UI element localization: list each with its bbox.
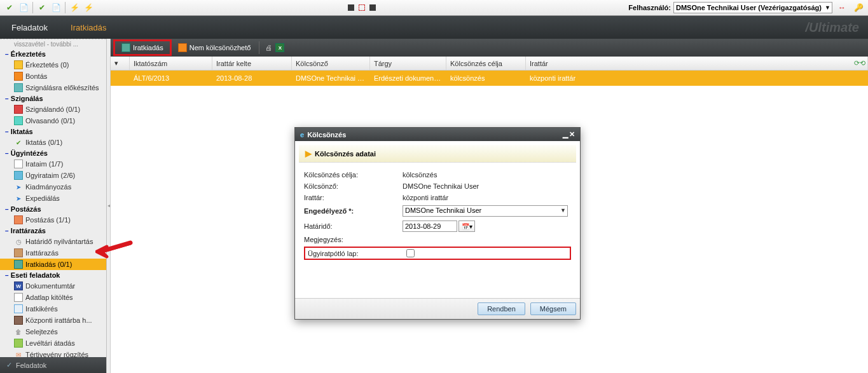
label-hatarido: Határidő: bbox=[304, 222, 403, 230]
engedelyezo-select[interactable]: DMSOne Technikai User bbox=[403, 205, 568, 217]
sidebar-item-irataim[interactable]: Irataim (1/7) bbox=[0, 158, 106, 170]
sidebar-group-iktatas[interactable]: −Iktatás bbox=[0, 126, 106, 137]
eye-icon bbox=[14, 116, 23, 125]
sidebar-item-kiadmanyzas[interactable]: ➤Kiadmányozás bbox=[0, 181, 106, 193]
window-icon[interactable] bbox=[348, 4, 354, 11]
doc-icon bbox=[14, 159, 23, 168]
user-select[interactable]: DMSOne Technikai User (Vezérigazgatóság) bbox=[673, 2, 832, 13]
check-icon[interactable]: ✔ bbox=[4, 3, 15, 13]
row-celja: Kölcsönzés célja: kölcsönzés bbox=[304, 169, 571, 180]
form-icon bbox=[14, 293, 23, 302]
sidebar-item-kozponti[interactable]: Központi irattárba h... bbox=[0, 315, 106, 326]
dialog-title: Kölcsönzés bbox=[307, 131, 346, 139]
separator bbox=[32, 2, 33, 13]
minimize-icon[interactable]: ▁ bbox=[563, 130, 568, 139]
doc-icon[interactable]: 📄 bbox=[51, 3, 61, 13]
rendben-button[interactable]: Rendben bbox=[478, 302, 525, 315]
sidebar-item-ugyirataim[interactable]: Ügyirataim (2/6) bbox=[0, 170, 106, 181]
sidebar-item-expedialas[interactable]: ➤Expediálás bbox=[0, 193, 106, 204]
sidebar-item-iktatas[interactable]: ✔Iktatás (0/1) bbox=[0, 137, 106, 148]
megsem-button[interactable]: Mégsem bbox=[530, 302, 576, 315]
tab-iratkiadas[interactable]: Iratkiadás bbox=[59, 16, 118, 39]
sidebar-group-szignalas[interactable]: −Szignálás bbox=[0, 93, 106, 104]
excel-icon[interactable]: X bbox=[275, 43, 284, 52]
collapse-icon: − bbox=[5, 206, 9, 213]
kolcsonzes-dialog: e Kölcsönzés ▁ ✕ ▶ Kölcsönzés adatai Köl… bbox=[294, 127, 581, 320]
close-icon[interactable]: ✕ bbox=[569, 130, 575, 139]
th-kelte[interactable]: Irattár kelte bbox=[212, 57, 292, 70]
search-doc-icon bbox=[14, 304, 23, 313]
sidebar-item-dokumentumtar[interactable]: WDokumentumtár bbox=[0, 280, 106, 292]
user-label: Felhasználó: bbox=[628, 4, 671, 11]
ugyiratpotlo-checkbox[interactable] bbox=[406, 249, 415, 257]
sidebar-item-olvasando[interactable]: Olvasandó (0/1) bbox=[0, 115, 106, 126]
sidebar-item-selejtezes[interactable]: 🗑Selejtezés bbox=[0, 326, 106, 337]
td-iktatoszam: ÁLT/6/2013 bbox=[130, 74, 212, 82]
dialog-body: Kölcsönzés célja: kölcsönzés Kölcsönző: … bbox=[295, 166, 580, 265]
logout-icon[interactable]: ↔ bbox=[837, 3, 847, 13]
bolt-icon[interactable]: ⚡ bbox=[83, 3, 93, 13]
sidebar-group-irattarazas[interactable]: −Irattárazás bbox=[0, 226, 106, 236]
sidebar-past-item[interactable]: visszavétel - további ... bbox=[0, 39, 106, 49]
folder-icon bbox=[14, 60, 23, 69]
sidebar-item-iratkiadas[interactable]: Iratkiadás (0/1) bbox=[0, 259, 106, 270]
archive-icon bbox=[14, 248, 23, 257]
receipt-icon: ✉ bbox=[14, 350, 23, 357]
dialog-spacer bbox=[295, 265, 580, 298]
th-targy[interactable]: Tárgy bbox=[370, 57, 446, 70]
key-icon[interactable]: 🔑 bbox=[853, 3, 864, 13]
sidebar-group-erkeztetes[interactable]: −Érkeztetés bbox=[0, 49, 106, 59]
logo: /Ultimate bbox=[806, 20, 859, 35]
collapse-icon: − bbox=[5, 128, 9, 135]
action-bar: Iratkiadás Nem kölcsönözhető 🖨 X bbox=[111, 39, 868, 57]
th-selector[interactable]: ▾ bbox=[111, 57, 130, 70]
date-picker-button[interactable]: 📅▾ bbox=[458, 220, 475, 232]
print-icon[interactable]: 🖨 bbox=[264, 43, 273, 52]
sidebar-footer[interactable]: ✓ Feladatok bbox=[0, 357, 106, 373]
dialog-section-header: ▶ Kölcsönzés adatai bbox=[299, 145, 576, 163]
th-irattar[interactable]: Irattár bbox=[526, 57, 868, 70]
clock-icon: ◷ bbox=[14, 237, 23, 246]
bolt-icon[interactable]: ⚡ bbox=[69, 3, 79, 13]
th-celja[interactable]: Kölcsönzés célja bbox=[446, 57, 526, 70]
table-row[interactable]: ÁLT/6/2013 2013-08-28 DMSOne Technikai U… bbox=[111, 71, 868, 86]
sidebar-group-postazas[interactable]: −Postázás bbox=[0, 204, 106, 214]
sidebar-item-irattarazas[interactable]: Irattárazás bbox=[0, 247, 106, 259]
window-dashed-icon[interactable] bbox=[359, 4, 365, 11]
sidebar-item-tertiveveny[interactable]: ✉Tértivevény rögzítés bbox=[0, 349, 106, 357]
arrow-icon: ➤ bbox=[14, 194, 23, 203]
separator bbox=[65, 2, 65, 13]
header-bar: Feladatok Iratkiadás /Ultimate bbox=[0, 16, 868, 39]
sidebar-group-eseti[interactable]: −Eseti feladatok bbox=[0, 270, 106, 280]
sidebar-item-adatlap[interactable]: Adatlap kitöltés bbox=[0, 292, 106, 303]
window-icon[interactable] bbox=[369, 4, 376, 11]
trash-icon: 🗑 bbox=[14, 327, 23, 336]
sidebar-item-szignalando[interactable]: Szignálandó (0/1) bbox=[0, 104, 106, 115]
sidebar-item-postazas[interactable]: Postázás (1/1) bbox=[0, 214, 106, 226]
collapse-icon: − bbox=[5, 95, 9, 102]
refresh-icon[interactable]: ⟳⟲ bbox=[854, 59, 865, 67]
row-megjegyzes: Megjegyzés: bbox=[304, 234, 571, 245]
check-icon[interactable]: ✔ bbox=[37, 3, 47, 13]
sidebar-group-ugyintezes[interactable]: −Ügyintézés bbox=[0, 148, 106, 158]
check-icon: ✓ bbox=[6, 361, 12, 369]
label-engedelyezo: Engedélyező *: bbox=[304, 207, 403, 215]
sidebar-item-iratkikeres[interactable]: Iratkikérés bbox=[0, 303, 106, 315]
th-kolcsonzo[interactable]: Kölcsönző bbox=[292, 57, 370, 70]
sidebar-item-hatarido[interactable]: ◷Határidő nyilvántartás bbox=[0, 236, 106, 247]
dialog-titlebar[interactable]: e Kölcsönzés ▁ ✕ bbox=[295, 128, 580, 141]
sidebar: visszavétel - további ... −Érkeztetés Ér… bbox=[0, 39, 107, 373]
th-iktatoszam[interactable]: Iktatószám bbox=[130, 57, 212, 70]
tab-feladatok[interactable]: Feladatok bbox=[0, 16, 59, 39]
td-kolcsonzo: DMSOne Technikai U... bbox=[292, 74, 370, 82]
sidebar-item-szignalasra[interactable]: Szignálásra előkészítés bbox=[0, 82, 106, 93]
iratkiadas-button[interactable]: Iratkiadás bbox=[118, 42, 167, 53]
sidebar-item-erkeztetes[interactable]: Érkeztetés (0) bbox=[0, 59, 106, 71]
sidebar-item-bontas[interactable]: Bontás bbox=[0, 71, 106, 82]
hatarido-input[interactable] bbox=[403, 220, 457, 232]
sidebar-item-leveltar[interactable]: Levéltári átadás bbox=[0, 337, 106, 349]
out-icon bbox=[14, 260, 23, 269]
collapse-icon: − bbox=[5, 150, 9, 157]
doc-icon[interactable]: 📄 bbox=[18, 3, 29, 13]
nem-kolcsonozheto-button[interactable]: Nem kölcsönözhető bbox=[174, 42, 255, 53]
